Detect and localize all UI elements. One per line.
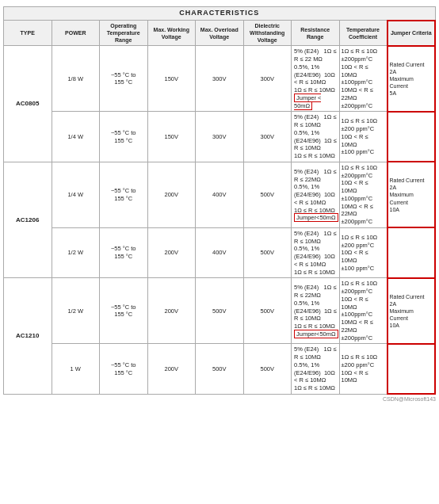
col-power-header: POWER [52, 21, 100, 46]
part-type-label: AC1206 [4, 162, 52, 278]
tc-cell: 1Ω ≤ R ≤ 10Ω±200ppm°C10Ω < R ≤ 10MΩ±100p… [339, 162, 387, 227]
power-cell: 1/4 W [52, 162, 100, 227]
table-row: 1/4 W−55 °C to155 °C150V300V300V5% (E24)… [4, 112, 436, 162]
power-cell: 1 W [52, 344, 100, 395]
table-row: AC12101/2 W−55 °C to155 °C200V500V500V5%… [4, 278, 436, 344]
mov-cell: 300V [196, 112, 244, 162]
mov-cell: 400V [196, 227, 244, 278]
mwv-cell: 200V [147, 227, 196, 278]
jumper-cell [387, 344, 436, 395]
otr-cell: −55 °C to155 °C [100, 278, 148, 344]
jumper-cell [387, 227, 436, 278]
col-rr-header: Resistance Range [292, 21, 340, 46]
power-cell: 1/8 W [52, 46, 100, 112]
power-cell: 1/2 W [52, 278, 100, 344]
resistance-cell: 5% (E24) 1Ω ≤ R ≤ 10MΩ0.5%, 1% (E24/E96)… [292, 344, 340, 395]
resistance-cell: 5% (E24) 1Ω ≤ R ≤ 22 MΩ0.5%, 1% (E24/E96… [292, 46, 340, 112]
col-otr-header: Operating Temperature Range [100, 21, 148, 46]
table-title: CHARACTERISTICS [4, 7, 436, 21]
otr-cell: −55 °C to155 °C [100, 112, 148, 162]
col-jc-header: Jumper Criteria [387, 21, 436, 46]
table-row: 1/2 W−55 °C to155 °C200V400V500V5% (E24)… [4, 227, 436, 278]
power-cell: 1/2 W [52, 227, 100, 278]
dwv-cell: 500V [243, 227, 292, 278]
resistance-cell: 5% (E24) 1Ω ≤ R ≤ 22MΩ0.5%, 1% (E24/E96)… [292, 278, 340, 344]
jumper-cell: Rated Current2AMaximumCurrent5A [387, 46, 436, 112]
resistance-cell: 5% (E24) 1Ω ≤ R ≤ 10MΩ0.5%, 1% (E24/E96)… [292, 227, 340, 278]
watermark: CSDN@Microsoft143 [3, 396, 436, 402]
tc-cell: 1Ω ≤ R ≤ 10Ω±200ppm°C10Ω < R ≤ 10MΩ±100p… [339, 46, 387, 112]
mov-cell: 400V [196, 162, 244, 227]
otr-cell: −55 °C to155 °C [100, 344, 148, 395]
otr-cell: −55 °C to155 °C [100, 227, 148, 278]
dwv-cell: 300V [243, 112, 292, 162]
jumper-cell: Rated Current2AMaximumCurrent10A [387, 278, 436, 344]
mwv-cell: 200V [147, 162, 196, 227]
col-type-header: TYPE [4, 21, 52, 46]
col-mov-header: Max. Overload Voltage [196, 21, 244, 46]
tc-cell: 1Ω ≤ R ≤ 10Ω±200 ppm°C10Ω < R ≤ 10MΩ±100… [339, 112, 387, 162]
table-row: 1 W−55 °C to155 °C200V500V500V5% (E24) 1… [4, 344, 436, 395]
table-row: AC12061/4 W−55 °C to155 °C200V400V500V5%… [4, 162, 436, 227]
mov-cell: 300V [196, 46, 244, 112]
mwv-cell: 200V [147, 344, 196, 395]
col-mwv-header: Max. Working Voltage [147, 21, 196, 46]
otr-cell: −55 °C to155 °C [100, 46, 148, 112]
part-type-label: AC1210 [4, 278, 52, 395]
dwv-cell: 500V [243, 278, 292, 344]
resistance-cell: 5% (E24) 1Ω ≤ R ≤ 10MΩ0.5%, 1% (E24/E96)… [292, 112, 340, 162]
otr-cell: −55 °C to155 °C [100, 162, 148, 227]
power-cell: 1/4 W [52, 112, 100, 162]
col-dwv-header: Dielectric Withstanding Voltage [243, 21, 292, 46]
mwv-cell: 150V [147, 112, 196, 162]
resistance-cell: 5% (E24) 1Ω ≤ R ≤ 22MΩ0.5%, 1% (E24/E96)… [292, 162, 340, 227]
mwv-cell: 200V [147, 278, 196, 344]
table-row: AC08051/8 W−55 °C to155 °C150V300V300V5%… [4, 46, 436, 112]
tc-cell: 1Ω ≤ R ≤ 10Ω±200ppm°C10Ω < R ≤ 10MΩ±100p… [339, 278, 387, 344]
characteristics-table: CHARACTERISTICS TYPE POWER Operating Tem… [3, 6, 436, 395]
mov-cell: 500V [196, 344, 244, 395]
dwv-cell: 300V [243, 46, 292, 112]
col-tc-header: Temperature Coefficient [339, 21, 387, 46]
mov-cell: 500V [196, 278, 244, 344]
mwv-cell: 150V [147, 46, 196, 112]
dwv-cell: 500V [243, 344, 292, 395]
jumper-cell: Rated Current2AMaximumCurrent10A [387, 162, 436, 227]
dwv-cell: 500V [243, 162, 292, 227]
tc-cell: 1Ω ≤ R ≤ 10Ω±200 ppm°C10Ω < R ≤ 10MΩ±100… [339, 227, 387, 278]
part-type-label: AC0805 [4, 46, 52, 162]
page: CHARACTERISTICS TYPE POWER Operating Tem… [0, 0, 439, 504]
tc-cell: 1Ω ≤ R ≤ 10Ω±200 ppm°C10Ω < R ≤ 10MΩ [339, 344, 387, 395]
jumper-cell [387, 112, 436, 162]
